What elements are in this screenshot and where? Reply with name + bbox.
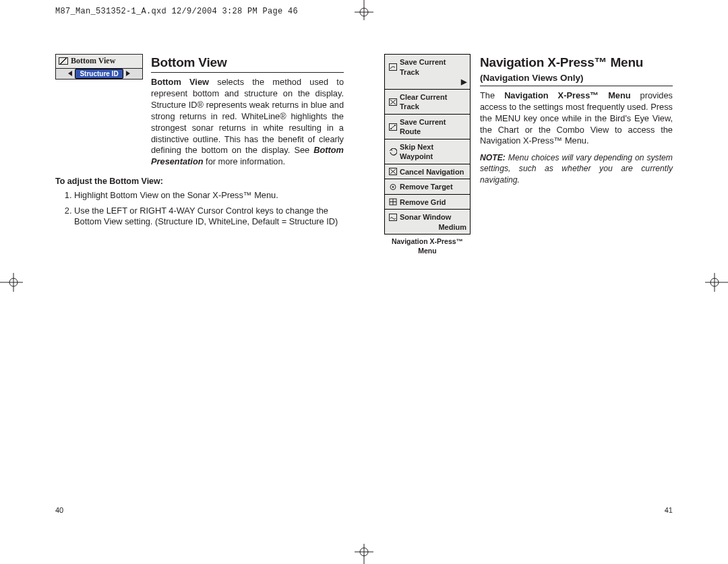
menu-label: Sonar Window xyxy=(400,212,451,222)
save-route-icon xyxy=(388,123,397,131)
nav-menu-paragraph: The Navigation X-Press™ Menu provides ac… xyxy=(480,90,673,147)
svg-point-2 xyxy=(360,8,368,16)
menu-label: Remove Grid xyxy=(400,197,446,208)
svg-point-5 xyxy=(360,548,368,556)
nav-menu-block: Save Current Track ▶ Clear Current Track… xyxy=(384,54,471,256)
menu-item-skip-waypoint: Skip Next Waypoint xyxy=(385,139,470,164)
bottom-view-paragraph: Bottom View selects the method used to r… xyxy=(151,77,344,168)
note-text: NOTE: Menu choices will vary depending o… xyxy=(480,152,673,185)
section-heading-nav-menu: Navigation X-Press™ Menu xyxy=(480,54,673,71)
para-tail: for more information. xyxy=(204,156,286,166)
page-number-left: 40 xyxy=(55,505,63,515)
picture-icon xyxy=(59,57,68,65)
lead-in: Navigation X-Press™ Menu xyxy=(504,90,630,100)
note-label: NOTE: xyxy=(480,153,506,162)
para-body: selects the method used to represent bot… xyxy=(151,77,344,155)
svg-point-11 xyxy=(710,278,719,286)
remove-grid-icon xyxy=(388,198,397,206)
menu-label: Save Current Track xyxy=(400,57,466,77)
bottom-view-ui-snippet: Bottom View Structure ID xyxy=(55,54,143,80)
print-slugline: M87_Man_531352-1_A.qxd 12/9/2004 3:28 PM… xyxy=(55,7,298,16)
triangle-right-icon xyxy=(126,71,130,76)
nav-menu-caption: Navigation X-Press™ Menu xyxy=(384,237,471,256)
para-pre: The xyxy=(480,90,504,100)
menu-label: Clear Current Track xyxy=(400,92,466,112)
registration-mark-right xyxy=(705,269,728,296)
svg-point-8 xyxy=(9,278,18,286)
remove-target-icon xyxy=(388,183,397,191)
menu-item-clear-track: Clear Current Track xyxy=(385,90,470,115)
menu-label: Save Current Route xyxy=(400,117,466,137)
page-spread: Bottom View Structure ID Bottom View Bot… xyxy=(55,54,673,524)
svg-rect-12 xyxy=(389,64,396,71)
cancel-nav-icon xyxy=(388,168,397,176)
svg-line-19 xyxy=(391,125,395,129)
menu-item-sonar-window: Sonar Window Medium xyxy=(385,210,470,234)
subheading-adjust: To adjust the Bottom View: xyxy=(55,176,344,187)
sonar-window-icon xyxy=(388,213,397,221)
step-item: Highlight Bottom View on the Sonar X-Pre… xyxy=(74,190,344,201)
menu-value: Medium xyxy=(388,222,466,232)
save-track-icon xyxy=(388,63,397,71)
menu-item-save-track: Save Current Track ▶ xyxy=(385,55,470,90)
menu-item-remove-grid: Remove Grid xyxy=(385,195,470,210)
page-right: Save Current Track ▶ Clear Current Track… xyxy=(384,54,673,524)
menu-item-cancel-nav: Cancel Navigation xyxy=(385,164,470,180)
clear-track-icon xyxy=(388,98,397,106)
section-heading-bottom-view: Bottom View xyxy=(151,54,344,71)
skip-waypoint-icon xyxy=(388,148,397,156)
lead-in: Bottom View xyxy=(151,77,209,87)
note-body: Menu choices will vary depending on syst… xyxy=(480,153,673,184)
menu-item-save-route: Save Current Route xyxy=(385,115,470,139)
page-number-right: 41 xyxy=(665,505,673,515)
menu-label: Skip Next Waypoint xyxy=(400,142,466,162)
heading-rule xyxy=(151,72,344,73)
steps-list: Highlight Bottom View on the Sonar X-Pre… xyxy=(74,190,344,228)
heading-rule xyxy=(480,86,673,86)
step-item: Use the LEFT or RIGHT 4-WAY Cursor Contr… xyxy=(74,206,344,228)
triangle-right-icon: ▶ xyxy=(461,77,466,86)
menu-item-remove-target: Remove Target xyxy=(385,179,470,195)
menu-label: Remove Target xyxy=(400,182,453,192)
svg-point-24 xyxy=(392,186,394,188)
svg-rect-28 xyxy=(389,214,396,220)
page-left: Bottom View Structure ID Bottom View Bot… xyxy=(55,54,344,524)
registration-mark-top xyxy=(351,0,377,20)
menu-label: Cancel Navigation xyxy=(400,167,464,177)
nav-xpress-menu-ui: Save Current Track ▶ Clear Current Track… xyxy=(384,54,471,234)
registration-mark-left xyxy=(0,269,23,296)
section-subheading-nav-menu: (Navigation Views Only) xyxy=(480,72,673,84)
registration-mark-bottom xyxy=(351,544,377,564)
bottom-view-ui-title: Bottom View xyxy=(71,56,115,67)
bottom-view-ui-value: Structure ID xyxy=(75,69,123,79)
triangle-left-icon xyxy=(68,71,72,76)
